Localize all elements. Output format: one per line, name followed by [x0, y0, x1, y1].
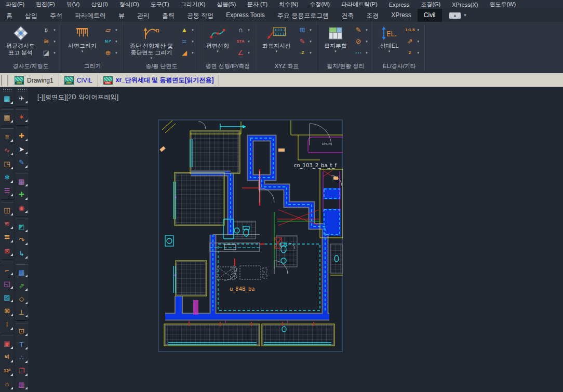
big-button-coord-leader[interactable]: X:13.1Y:13.1좌표지시선▼	[260, 24, 293, 54]
small-button-boundary-pen[interactable]: ✎▼	[352, 25, 369, 35]
profile-up-icon[interactable]: ⇗	[16, 280, 28, 291]
ribbon-tab-주요-응용프로그램[interactable]: 주요 응용프로그램	[271, 9, 335, 22]
road-lane-icon[interactable]: ≋	[1, 218, 14, 229]
small-button-scatter-arrows[interactable]: ⇗▼	[404, 36, 421, 47]
small-button-z-list[interactable]: :Z▼	[296, 48, 313, 58]
publish-doc-icon[interactable]: ▤	[1, 112, 14, 123]
table-grid-icon[interactable]: ▦	[16, 267, 28, 278]
small-button-slope-hatch-fan[interactable]: ◪▼	[40, 48, 57, 58]
dropdown-arrow-icon[interactable]: ▼	[309, 29, 312, 32]
ribbon-tab-조경[interactable]: 조경	[360, 9, 385, 22]
small-button-cw-direction[interactable]: ⊘▼	[352, 36, 369, 47]
small-button-xyz-point[interactable]: ⊞▼	[296, 25, 313, 35]
road-edge-icon[interactable]: 〓	[1, 232, 14, 243]
ribbon-tab-관리[interactable]: 관리	[131, 9, 156, 22]
ribbon-tab-공동-작업[interactable]: 공동 작업	[181, 9, 220, 22]
dropdown-arrow-icon[interactable]: ▼	[247, 40, 250, 43]
drawing-canvas[interactable]: [-][평면도][2D 와이어프레임]	[29, 87, 563, 392]
dropdown-arrow-icon[interactable]: ▼	[191, 29, 194, 32]
select-similar-icon[interactable]: ➤	[16, 144, 28, 155]
menu-item-8[interactable]: 심볼(S)	[211, 0, 242, 9]
beam-section-icon[interactable]: Ⅰ	[1, 319, 14, 330]
menu-item-2[interactable]: 편집(E)	[30, 0, 61, 9]
ribbon-tab-홈[interactable]: 홈	[0, 9, 19, 22]
ribbon-tab-건축[interactable]: 건축	[335, 9, 360, 22]
menu-item-7[interactable]: 그리기(K)	[175, 0, 211, 9]
small-button-step-profile[interactable]: ◢▼	[178, 48, 195, 58]
hatch-fill-icon[interactable]: ▨	[1, 291, 14, 303]
dropdown-arrow-icon[interactable]: ▼	[115, 40, 118, 43]
ribbon-tab-xpress[interactable]: XPress	[385, 9, 418, 22]
curve-handle-icon[interactable]: ↷	[16, 235, 28, 246]
layer-colors-icon[interactable]: ☰	[1, 185, 14, 197]
tabbar-drag-handle[interactable]	[1, 75, 8, 86]
track-lines-icon[interactable]: ≡	[1, 131, 14, 142]
edit-attribute-icon[interactable]: ✎	[16, 157, 28, 168]
dropdown-arrow-icon[interactable]: ▼	[53, 40, 56, 43]
menu-item-13[interactable]: Express	[383, 1, 415, 8]
dropdown-arrow-icon[interactable]: ▼	[247, 29, 250, 32]
small-button-mesh-surface[interactable]: ⊕▼	[102, 48, 119, 58]
viewport-label[interactable]: [-][평면도][2D 와이어프레임]	[37, 93, 118, 102]
quick-calc-icon[interactable]: ✚	[16, 130, 28, 142]
small-button-cross-section[interactable]: ▲▼	[178, 25, 195, 35]
small-button-bridge-section[interactable]: ≍▼	[178, 36, 195, 47]
ribbon-tab-파라메트릭[interactable]: 파라메트릭	[69, 9, 112, 22]
text-style-icon[interactable]: T	[16, 339, 28, 350]
big-button-terrain-analysis[interactable]: 평균경사도표고 분석	[4, 24, 37, 57]
dotted-frame-icon[interactable]: ⊡	[16, 326, 28, 337]
dropdown-arrow-icon[interactable]: ▼	[365, 40, 368, 43]
point-sequence-icon[interactable]: ∴	[16, 352, 28, 363]
box-culvert-icon[interactable]: ◫	[1, 205, 14, 216]
toolbar-drag-handle[interactable]	[17, 88, 26, 91]
menu-item-16[interactable]: 윈도우(W)	[484, 0, 521, 9]
menu-item-15[interactable]: XPress(X)	[446, 1, 484, 8]
ribbon-tab-출력[interactable]: 출력	[156, 9, 181, 22]
burst-icon[interactable]: ✶	[16, 112, 28, 123]
curve-target-icon[interactable]: ◳	[1, 158, 14, 169]
small-button-station-label[interactable]: STA▼	[234, 36, 251, 47]
small-button-contour-lines[interactable]: ≋▼	[40, 36, 57, 47]
menu-item-3[interactable]: 뷰(V)	[61, 0, 86, 9]
ribbon-collapse-dropdown-icon[interactable]: ▼	[463, 13, 467, 18]
dropdown-arrow-icon[interactable]: ▼	[191, 40, 194, 43]
section-tool-icon[interactable]: ⌂	[1, 379, 14, 390]
road-delete-icon[interactable]: ⊠	[1, 245, 14, 256]
border-box-icon[interactable]: ▣	[1, 337, 14, 349]
dotted-alignment-icon[interactable]: ∿	[1, 144, 14, 156]
snowflake-icon[interactable]: ❄	[1, 172, 14, 183]
color-swatch-icon[interactable]: ◩	[16, 221, 28, 233]
small-button-dashed-line[interactable]: ⋯▼	[352, 48, 369, 58]
small-button-ip-angle[interactable]: ∠▼	[234, 48, 251, 58]
dropdown-arrow-icon[interactable]: ▼	[417, 40, 420, 43]
menu-item-14[interactable]: 조경(G)	[415, 0, 446, 9]
diamond-parcel-icon[interactable]: ◇	[16, 293, 28, 305]
small-button-contour-signal[interactable]: ))▼	[40, 25, 57, 35]
menu-item-12[interactable]: 파라메트릭(P)	[336, 0, 383, 9]
dropdown-arrow-icon[interactable]: ▼	[365, 29, 368, 32]
big-button-plan-alignment[interactable]: 평면선형▼	[204, 24, 231, 54]
level-measure-icon[interactable]: ⊥	[16, 307, 28, 318]
plot-style-icon[interactable]: ▦	[1, 92, 14, 104]
add-selected-icon[interactable]: ✚	[16, 189, 28, 200]
dropdown-arrow-icon[interactable]: ▼	[115, 29, 118, 32]
dropdown-arrow-icon[interactable]: ▼	[247, 51, 250, 55]
menu-item-5[interactable]: 형식(O)	[114, 0, 145, 9]
big-button-profile-calc[interactable]: 종단 선형계산 및종단면도 그리기▼	[128, 24, 175, 61]
dropdown-arrow-icon[interactable]: ▼	[53, 51, 56, 55]
floor-plan-drawing[interactable]: EP5/P5 co_103_2_ba_t_f u_84B_ba	[158, 119, 343, 352]
ribbon-tab-주석[interactable]: 주석	[44, 9, 69, 22]
number-style-icon[interactable]: 12³	[1, 365, 14, 376]
big-button-parcel-split[interactable]: 필지분할▼	[322, 24, 349, 54]
point-style-icon[interactable]: ◉	[16, 202, 28, 214]
menu-item-9[interactable]: 문자 (T)	[242, 0, 273, 9]
dropdown-arrow-icon[interactable]: ▼	[191, 51, 194, 55]
ribbon-tab-express-tools[interactable]: Express Tools	[220, 9, 271, 22]
dropdown-arrow-icon[interactable]: ▼	[417, 29, 420, 32]
small-button-curve-segment[interactable]: ∩▼	[234, 25, 251, 35]
toolbar-drag-handle[interactable]	[3, 88, 12, 91]
menu-item-11[interactable]: 수정(M)	[304, 0, 336, 9]
small-button-polygon-outline[interactable]: ▱▼	[102, 25, 119, 35]
document-tab-2[interactable]: DWGCIVIL	[59, 73, 98, 87]
menu-item-1[interactable]: 파일(F)	[0, 0, 30, 9]
